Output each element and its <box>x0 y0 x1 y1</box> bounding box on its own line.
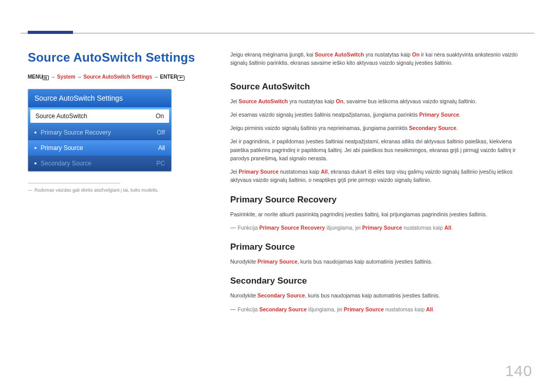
note-text: ―Funkcija Primary Source Recovery išjung… <box>230 223 529 232</box>
panel-footnote: ―Rodomas vaizdas gali skirtis atsižvelgi… <box>28 188 202 193</box>
body-text: Jeigu pirminis vaizdo signalų šaltinis y… <box>230 124 529 132</box>
body-text: Jei ir pagrindinis, ir papildomas įvesti… <box>230 137 529 162</box>
panel-row-label: Secondary Source <box>34 160 91 167</box>
panel-row-value: All <box>158 144 165 152</box>
section-heading: Source AutoSwitch <box>230 82 529 92</box>
left-column: Source AutoSwitch Settings MENU → System… <box>28 50 202 193</box>
right-column: Jeigu ekraną mėginama įjungti, kai Sourc… <box>230 50 529 318</box>
bullet-icon <box>34 162 36 164</box>
panel-row-selected[interactable]: Source AutoSwitch On <box>28 107 171 125</box>
section-heading: Secondary Source <box>230 276 529 286</box>
page: Source AutoSwitch Settings MENU → System… <box>0 0 555 392</box>
breadcrumb: MENU → System → Source AutoSwitch Settin… <box>28 74 202 81</box>
page-number: 140 <box>505 362 532 380</box>
page-title: Source AutoSwitch Settings <box>28 50 202 65</box>
top-rule-accent <box>28 31 73 34</box>
body-text: Nurodykite Primary Source, kuris bus nau… <box>230 257 529 266</box>
body-text: Pasirinkite, ar norite atkurti pasirinkt… <box>230 210 529 218</box>
breadcrumb-arrow: → <box>49 74 57 80</box>
breadcrumb-enter: ENTER <box>160 74 177 80</box>
panel-row[interactable]: Primary Source All <box>28 140 171 156</box>
bullet-icon <box>34 132 36 134</box>
panel-row[interactable]: Secondary Source PC <box>28 156 171 171</box>
breadcrumb-arrow: → <box>76 74 84 80</box>
panel-row-value: PC <box>156 160 165 167</box>
panel-row-label: Primary Source <box>34 144 83 152</box>
panel-row-label: Primary Source Recovery <box>34 129 111 136</box>
breadcrumb-sass: Source AutoSwitch Settings <box>83 74 152 80</box>
note-text: ―Funkcija Secondary Source išjungiama, j… <box>230 305 529 313</box>
panel-row-value: Off <box>157 129 165 136</box>
top-rule <box>21 33 534 33</box>
body-text: Jei esamas vaizdo signalų įvesties šalti… <box>230 110 529 119</box>
body-text: Jei Primary Source nustatomas kaip All, … <box>230 167 529 184</box>
body-text: Nurodykite Secondary Source, kuris bus n… <box>230 291 529 300</box>
breadcrumb-system: System <box>57 74 76 80</box>
settings-panel: Source AutoSwitch Settings Source AutoSw… <box>28 89 172 172</box>
breadcrumb-menu: MENU <box>28 74 43 80</box>
breadcrumb-arrow: → <box>152 74 160 80</box>
menu-icon <box>43 75 49 81</box>
enter-icon <box>177 75 184 81</box>
panel-row-value: On <box>156 113 164 120</box>
note-rule <box>28 183 120 183</box>
panel-title: Source AutoSwitch Settings <box>28 89 171 107</box>
bullet-icon <box>34 147 36 149</box>
section-heading: Primary Source <box>230 242 529 252</box>
intro-paragraph: Jeigu ekraną mėginama įjungti, kai Sourc… <box>230 50 529 67</box>
panel-row-label: Source AutoSwitch <box>35 113 87 120</box>
body-text: Jei Source AutoSwitch yra nustatytas kai… <box>230 97 529 105</box>
panel-row[interactable]: Primary Source Recovery Off <box>28 125 171 140</box>
section-heading: Primary Source Recovery <box>230 195 529 205</box>
